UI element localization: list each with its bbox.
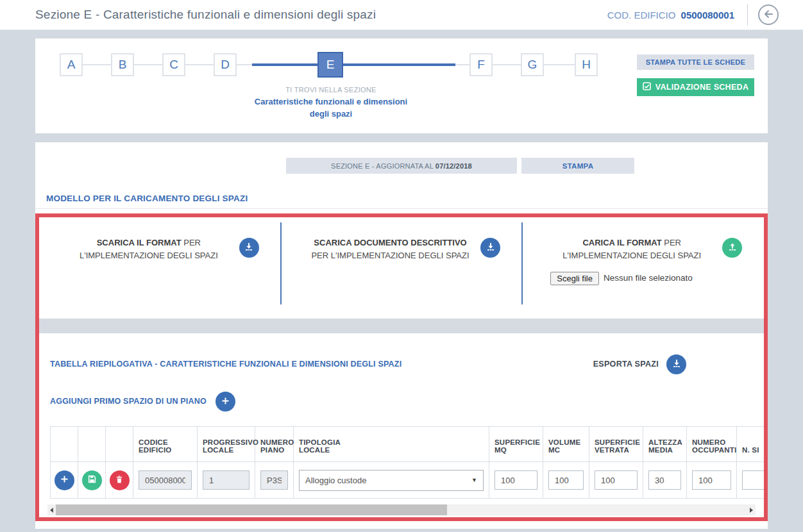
step-b[interactable]: B: [111, 53, 134, 76]
download-document-text: SCARICA DOCUMENTO DESCRITTIVO PER L'IMPL…: [300, 237, 481, 262]
column-superficie-mq: SUPERFICIE MQ: [489, 427, 543, 462]
upload-format-panel: CARICA IL FORMAT PER L'IMPLEMENTAZIONE D…: [522, 228, 764, 311]
codice-edificio-cell: [133, 462, 198, 499]
file-status-text: Nessun file selezionato: [604, 272, 693, 285]
horizontal-scrollbar: [47, 504, 756, 515]
spaces-table-title: TABELLA RIEPILOGATIVA - CARATTERISTICHE …: [50, 360, 402, 369]
cut-off-cell: [737, 462, 765, 499]
row-delete-button[interactable]: [110, 470, 130, 490]
back-arrow-icon: [763, 10, 774, 21]
section-updated-date: 07/12/2018: [435, 162, 472, 170]
step-a[interactable]: A: [60, 53, 83, 76]
plus-icon: [60, 474, 69, 486]
step-connector: [493, 64, 521, 65]
step-connector-active: [252, 63, 455, 66]
page-title: Sezione E - Caratteristiche funzionali e…: [35, 8, 607, 22]
building-code-value: 0500080001: [681, 10, 734, 21]
superficie-mq-input[interactable]: [494, 470, 537, 490]
print-button[interactable]: STAMPA: [521, 158, 634, 174]
location-section-name: Caratteristiche funzionali e dimensioni …: [247, 96, 415, 121]
main-card: SEZIONE E - AGGIORNATA AL 07/12/2018 STA…: [35, 142, 768, 529]
plus-icon: [221, 396, 230, 408]
column-cut-off: N. SI: [737, 427, 765, 462]
step-connector: [185, 64, 214, 65]
actions-column-header: [106, 427, 133, 462]
download-format-text: SCARICA IL FORMAT PER L'IMPLEMENTAZIONE …: [58, 237, 239, 262]
export-spaces-button[interactable]: [666, 354, 686, 374]
choose-file-button[interactable]: Scegli file: [550, 272, 599, 285]
trash-icon: [115, 475, 124, 486]
scroll-right-button[interactable]: [747, 504, 756, 515]
divider: [35, 208, 768, 209]
step-connector: [544, 64, 575, 65]
add-first-space-label: AGGIUNGI PRIMO SPAZIO DI UN PIANO: [50, 397, 207, 406]
validate-button[interactable]: VALIDAZIONE SCHEDA: [637, 78, 754, 96]
back-button[interactable]: [758, 4, 779, 25]
download-document-title: SCARICA DOCUMENTO DESCRITTIVO: [314, 238, 466, 247]
file-input-row: Scegli file Nessun file selezionato: [550, 272, 713, 285]
upload-format-title: CARICA IL FORMAT: [582, 238, 661, 247]
column-tipologia-locale-label: TIPOLOGIA LOCALE: [299, 438, 350, 454]
validate-button-label: VALIDAZIONE SCHEDA: [655, 83, 748, 92]
step-f[interactable]: F: [469, 53, 493, 76]
section-separator-band: [39, 319, 764, 333]
actions-column-header: [51, 427, 78, 462]
upload-format-button[interactable]: [722, 238, 742, 258]
step-c[interactable]: C: [162, 53, 185, 76]
actions-column-header: [78, 427, 106, 462]
progressivo-locale-input: [203, 470, 249, 490]
stepper-actions: STAMPA TUTTE LE SCHEDE VALIDAZIONE SCHED…: [637, 54, 754, 96]
step-connector: [83, 64, 111, 65]
scrollbar-thumb[interactable]: [56, 504, 447, 515]
tipologia-locale-value: Alloggio custode: [305, 476, 366, 485]
section-updated-button[interactable]: SEZIONE E - AGGIORNATA AL 07/12/2018: [286, 158, 517, 174]
altezza-media-cell: [643, 462, 687, 499]
row-add-button[interactable]: [55, 470, 74, 490]
location-label: TI TROVI NELLA SEZIONE: [247, 86, 415, 94]
save-cell: [78, 462, 106, 499]
step-d[interactable]: D: [214, 53, 237, 76]
spaces-table: CODICE EDIFICIO PROGRESSIVO LOCALE NUMER…: [50, 426, 764, 499]
step-g[interactable]: G: [521, 53, 544, 76]
download-document-subtitle: PER L'IMPLEMENTAZIONE DEGLI SPAZI: [311, 251, 469, 260]
download-format-button[interactable]: [239, 238, 259, 258]
chevron-down-icon: ▼: [471, 477, 477, 483]
table-header-bar: TABELLA RIEPILOGATIVA - CARATTERISTICHE …: [46, 353, 757, 374]
altezza-media-input[interactable]: [648, 470, 681, 490]
delete-cell: [106, 462, 133, 499]
scroll-left-button[interactable]: [47, 504, 56, 515]
upload-format-text: CARICA IL FORMAT PER L'IMPLEMENTAZIONE D…: [541, 237, 722, 285]
section-bar: SEZIONE E - AGGIORNATA AL 07/12/2018 STA…: [286, 158, 768, 174]
add-first-space: AGGIUNGI PRIMO SPAZIO DI UN PIANO: [46, 390, 757, 411]
numero-piano-input: [260, 470, 288, 490]
spaces-table-wrap: CODICE EDIFICIO PROGRESSIVO LOCALE NUMER…: [50, 426, 764, 499]
cut-off-input[interactable]: [742, 470, 764, 490]
download-icon: [486, 242, 496, 254]
column-volume-mc: VOLUME MC: [543, 427, 589, 462]
volume-mc-input[interactable]: [548, 470, 584, 490]
print-all-button[interactable]: STAMPA TUTTE LE SCHEDE: [637, 54, 754, 70]
tipologia-locale-cell: Alloggio custode ▼: [294, 462, 489, 499]
column-progressivo-locale: PROGRESSIVO LOCALE: [198, 427, 255, 462]
superficie-mq-cell: [489, 462, 543, 499]
column-numero-piano: NUMERO PIANO: [255, 427, 294, 462]
codice-edificio-input: [139, 470, 192, 490]
tipologia-locale-select[interactable]: Alloggio custode ▼: [299, 470, 484, 491]
step-h[interactable]: H: [575, 53, 598, 76]
step-connector: [237, 64, 252, 65]
row-save-button[interactable]: [82, 470, 102, 490]
download-format-title: SCARICA IL FORMAT: [97, 238, 182, 247]
superficie-vetrata-input[interactable]: [595, 470, 638, 490]
add-first-space-button[interactable]: [216, 392, 235, 411]
download-document-button[interactable]: [480, 238, 500, 258]
step-e-active[interactable]: E: [317, 52, 343, 78]
progressivo-locale-cell: [198, 462, 255, 499]
section-updated-label: SEZIONE E - AGGIORNATA AL: [331, 162, 435, 170]
building-code-label: COD. EDIFICIO: [607, 10, 676, 21]
save-floppy-icon: [87, 474, 97, 486]
numero-occupanti-cell: [687, 462, 737, 499]
upload-icon: [727, 242, 738, 254]
numero-occupanti-input[interactable]: [692, 470, 731, 490]
export-spaces: ESPORTA SPAZI: [593, 353, 686, 374]
spaces-table-area: TABELLA RIEPILOGATIVA - CARATTERISTICHE …: [39, 353, 764, 515]
